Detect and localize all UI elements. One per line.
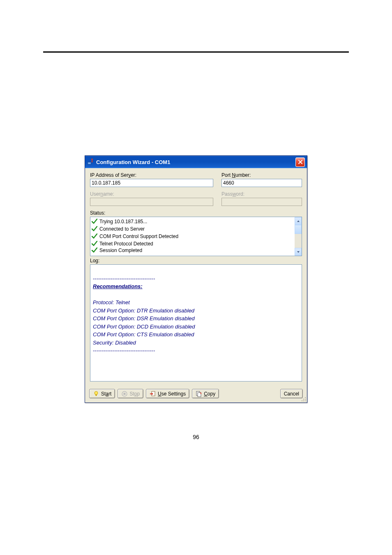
use-settings-button[interactable]: Use Settings bbox=[146, 389, 189, 398]
status-item: Connected to Server bbox=[91, 225, 294, 233]
scroll-thumb[interactable] bbox=[295, 225, 302, 234]
check-icon bbox=[91, 226, 98, 232]
status-label: Status: bbox=[90, 210, 302, 216]
log-textarea[interactable]: ----------------------------------- Reco… bbox=[90, 264, 302, 382]
username-input bbox=[90, 198, 213, 206]
svg-rect-12 bbox=[303, 399, 304, 400]
password-input bbox=[221, 198, 302, 206]
status-item: Session Completed bbox=[91, 247, 294, 253]
window-content: IP Address of Server: Port Number: Usern… bbox=[85, 168, 307, 386]
username-label: Username: bbox=[90, 191, 213, 197]
lightbulb-icon bbox=[93, 391, 99, 397]
check-icon bbox=[91, 218, 98, 225]
window-title: Configuration Wizard - COM1 bbox=[96, 159, 295, 165]
close-button[interactable] bbox=[295, 157, 305, 167]
svg-rect-14 bbox=[302, 400, 302, 401]
config-wizard-window: Configuration Wizard - COM1 IP Address o… bbox=[85, 155, 307, 403]
svg-rect-5 bbox=[96, 394, 97, 396]
start-button[interactable]: Start bbox=[89, 389, 115, 398]
copy-icon bbox=[196, 391, 202, 397]
resize-grip[interactable] bbox=[301, 396, 307, 402]
log-line: Security: Disabled bbox=[93, 339, 299, 347]
svg-rect-1 bbox=[88, 163, 91, 164]
log-label: Log: bbox=[90, 258, 302, 264]
status-scrollbar[interactable] bbox=[295, 217, 302, 256]
scroll-down-icon[interactable] bbox=[295, 248, 302, 256]
log-line: COM Port Option: CTS Emulation disabled bbox=[93, 331, 299, 339]
svg-rect-16 bbox=[305, 400, 306, 401]
scroll-track[interactable] bbox=[295, 234, 302, 248]
password-label: Password: bbox=[221, 191, 302, 197]
svg-rect-3 bbox=[91, 159, 93, 160]
ip-address-input[interactable] bbox=[90, 179, 213, 187]
log-line: Protocol: Telnet bbox=[93, 298, 299, 307]
scroll-up-icon[interactable] bbox=[295, 217, 302, 225]
port-number-label: Port Number: bbox=[221, 172, 302, 178]
recommendations-header: Recommendations: bbox=[93, 282, 299, 291]
cancel-button[interactable]: Cancel bbox=[280, 389, 303, 398]
svg-rect-7 bbox=[124, 393, 126, 395]
stop-button: Stop bbox=[118, 389, 143, 398]
titlebar: Configuration Wizard - COM1 bbox=[85, 156, 307, 168]
stop-icon bbox=[121, 391, 128, 397]
status-listbox[interactable]: Trying 10.0.187.185... Connected to Serv… bbox=[90, 217, 302, 256]
copy-button[interactable]: Copy bbox=[192, 389, 219, 398]
svg-rect-15 bbox=[303, 400, 304, 401]
port-number-input[interactable] bbox=[221, 179, 302, 187]
log-line: COM Port Option: DSR Emulation disabled bbox=[93, 314, 299, 323]
status-item: Telnet Protocol Detected bbox=[91, 240, 294, 247]
page-number: 96 bbox=[0, 434, 392, 440]
check-icon bbox=[91, 240, 98, 247]
page-top-rule bbox=[43, 51, 349, 53]
ip-address-label: IP Address of Server: bbox=[90, 172, 213, 178]
check-icon bbox=[91, 247, 98, 253]
svg-rect-13 bbox=[305, 399, 306, 400]
status-item: Trying 10.0.187.185... bbox=[91, 218, 294, 225]
svg-rect-2 bbox=[92, 159, 92, 162]
svg-point-4 bbox=[95, 391, 98, 395]
svg-rect-11 bbox=[305, 397, 306, 398]
check-icon bbox=[91, 233, 98, 240]
log-line: COM Port Option: DTR Emulation disabled bbox=[93, 307, 299, 315]
status-item: COM Port Control Support Detected bbox=[91, 233, 294, 240]
log-line: COM Port Option: DCD Emulation disabled bbox=[93, 323, 299, 331]
button-bar: Start Stop Use Settings bbox=[85, 386, 307, 402]
document-arrow-icon bbox=[150, 391, 156, 397]
app-icon bbox=[87, 159, 94, 165]
